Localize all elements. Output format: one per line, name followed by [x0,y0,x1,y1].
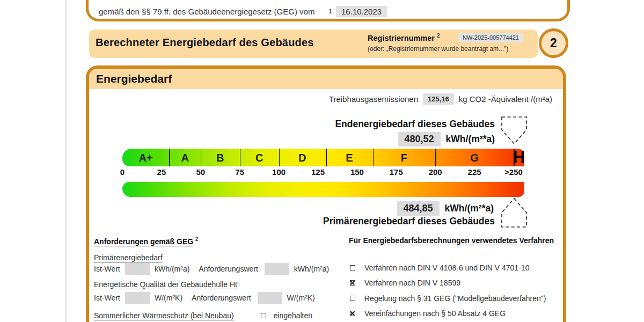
scale-tick-row: 0255075100125150175200225>250 [122,167,524,180]
registration-number-label: Registriernummer 2 [368,33,440,42]
envelope-quality-heading: Energetische Qualität der Gebäudehülle H… [94,280,239,289]
end-energy-value-field: 480,52 [398,132,441,147]
anforderungswert-label: Anforderungswert [192,294,251,302]
section-band: Berechneter Energiebedarf des Gebäudes R… [89,30,538,58]
scale-tick: 0 [120,167,125,177]
scale-class-C: C [255,151,263,164]
scale-tick: 200 [429,167,442,177]
ist-wert-unit: W/(m²K) [155,294,182,302]
end-energy-label: Endenergiebedarf dieses Gebäudes [335,119,495,130]
footnote-1: 1 [328,9,332,14]
checkbox-unchecked[interactable] [350,265,355,270]
scale-class-A+: A+ [139,151,153,164]
scale-divider [279,149,280,166]
primary-requirement-heading: Primärenergiebedarf [94,253,163,262]
end-energy-unit: kWh/(m²*a) [446,134,495,145]
primary-energy-value-field: 484,85 [397,201,440,216]
ghg-value-field: 125,16 [423,93,454,105]
end-energy-value-row: 480,52 kWh/(m²*a) [398,132,495,147]
ist-wert-field[interactable] [125,263,150,275]
verfahren-item: Verfahren nach DIN V 4108-6 und DIN V 47… [350,263,546,272]
verfahren-item: Vereinfachungen nach § 50 Absatz 4 GEG [350,309,546,318]
scale-tick: 175 [390,167,403,177]
summer-heat-protection-heading: Sommerlicher Wärmeschutz (bei Neubau) [94,311,234,320]
energy-certificate-page: { "colors": { "accent_orange": "#CF861B"… [0,0,644,322]
ist-wert-label: Ist-Wert [94,265,125,273]
eingehalten-label: eingehalten [274,311,312,320]
scale-divider [373,149,374,166]
footnote-2: 2 [195,236,199,242]
energiebedarf-box: Energiebedarf Treibhausgasemissionen 125… [86,65,566,322]
scale-class-B: B [216,151,224,164]
verfahren-item: Verfahren nach DIN V 18599 [350,279,546,288]
geg-intro-text: gemäß den §§ 79 ff. des Gebäudeenergiege… [99,7,314,16]
verfahren-item-label: Verfahren nach DIN V 18599 [364,279,460,287]
ghg-unit: kg CO2 -Äquivalent /(m²a) [459,94,552,104]
scale-tick: 50 [196,167,205,177]
primary-energy-unit: kWh/(m²*a) [445,203,494,214]
footnote-2: 2 [437,33,440,39]
anforderungswert-field[interactable] [265,263,289,275]
scale-tick: 25 [157,167,166,177]
registration-number-note: (oder: „Registriernummer wurde beantragt… [368,45,508,53]
ist-wert-unit: kWh/(m²a) [155,265,189,273]
scale-divider [326,149,327,166]
checkbox-checked[interactable] [350,311,355,316]
anforderungswert-unit: W/(m²K) [287,294,315,302]
registration-number-value: NW-2025-005774421 [458,33,523,42]
scale-tick: 225 [468,167,481,177]
verfahren-item: Regelung nach § 31 GEG ("Modellgebäudeve… [350,294,546,303]
envelope-quality-row: Ist-Wert W/(m²K) Anforderungswert W/(m²K… [94,292,315,304]
ist-wert-field[interactable] [125,292,150,304]
scale-letter-bar: A+ABCDEFGH [122,149,524,166]
page-number-badge: 2 [539,28,568,58]
verfahren-item-label: Regelung nach § 31 GEG ("Modellgebäudeve… [364,294,546,303]
ghg-row: Treibhausgasemissionen 125,16 kg CO2 -Äq… [329,93,552,105]
scale-class-D: D [298,151,306,164]
scale-class-F: F [401,151,407,164]
anforderungswert-unit: kWh/(m²a) [294,265,329,273]
ghg-label: Treibhausgasemissionen [329,94,418,104]
ist-wert-label: Ist-Wert [94,294,125,302]
scale-class-E: E [346,151,353,164]
primary-requirement-row: Ist-Wert kWh/(m²a) Anforderungswert kWh/… [94,263,329,275]
primary-energy-value-row: 484,85 kWh/(m²*a) [397,201,494,216]
verfahren-list: Verfahren nach DIN V 4108-6 und DIN V 47… [350,263,546,322]
section-title: Berechneter Energiebedarf des Gebäudes [96,36,314,49]
scale-class-H: H [513,148,525,167]
geg-date-field[interactable]: 16.10.2023 [336,6,387,17]
anforderungswert-label: Anforderungswert [199,265,258,273]
energiebedarf-header: Energiebedarf [89,69,563,89]
primary-energy-marker-icon [499,196,529,230]
page-edge-line [65,0,67,322]
energiebedarf-title: Energiebedarf [96,72,172,85]
checkbox-unchecked[interactable] [350,296,355,301]
scale-class-A: A [181,151,188,164]
scale-tick: 125 [311,167,325,177]
primary-energy-label: Primärenergiebedarf dieses Gebäudes [323,216,495,227]
scale-class-G: G [470,151,479,164]
scale-tick: >250 [504,167,523,177]
scale-tick: 150 [350,167,364,177]
verfahren-item-label: Vereinfachungen nach § 50 Absatz 4 GEG [364,309,506,318]
end-energy-marker-icon [499,114,529,147]
scale-tick: 75 [235,167,244,177]
scale-divider [201,149,202,166]
geg-intro-line: gemäß den §§ 79 ff. des Gebäudeenergiege… [99,6,387,17]
anforderungswert-field[interactable] [258,292,282,304]
verfahren-item-label: Verfahren nach DIN V 4108-6 und DIN V 47… [364,264,529,272]
scale-divider [240,149,241,166]
verfahren-heading: Für Energiebedarfsberechnungen verwendet… [349,236,554,245]
scale-gradient-bar [122,182,524,197]
scale-divider [435,149,436,166]
summer-heat-protection-row: Sommerlicher Wärmeschutz (bei Neubau) ei… [94,311,312,320]
checkbox-checked[interactable] [350,280,355,286]
scale-divider [169,149,170,166]
scale-tick: 100 [272,167,286,177]
checkbox-eingehalten[interactable] [261,313,266,318]
requirements-heading: Anforderungen gemäß GEG 2 [94,236,199,246]
geg-intro-box: gemäß den §§ 79 ff. des Gebäudeenergiege… [86,0,570,21]
